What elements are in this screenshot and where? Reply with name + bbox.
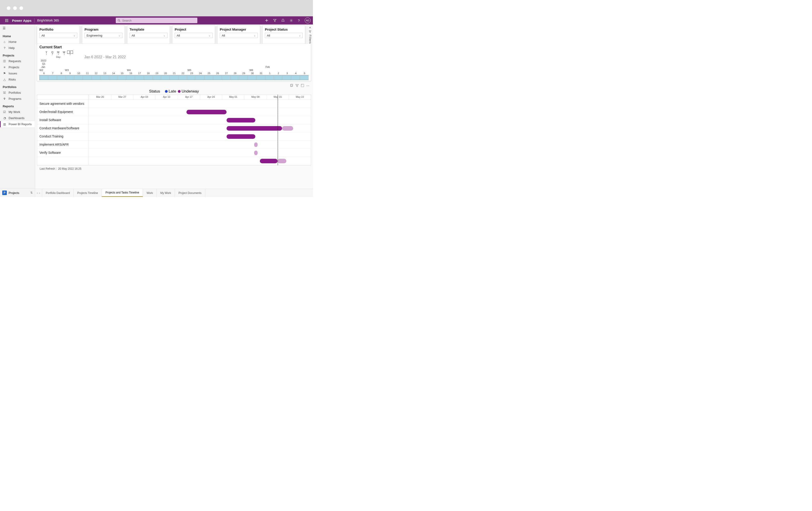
nav-item-portfolios[interactable]: ☱Portfolios (0, 89, 35, 96)
day-cell[interactable] (265, 75, 274, 80)
day-cell[interactable] (178, 75, 187, 80)
zoom-option[interactable]: M (55, 51, 61, 54)
expand-collapse-icon[interactable]: ⇅ (30, 191, 33, 194)
nav-item-help[interactable]: ?Help (0, 45, 35, 51)
day-cell[interactable] (100, 75, 109, 80)
day-cell[interactable] (257, 75, 265, 80)
filter-icon[interactable] (273, 19, 277, 22)
nav-item-pbi[interactable]: ▥Power BI Reports (0, 121, 35, 127)
gantt-date-label: Mar 20 (89, 95, 111, 100)
nav-item-home[interactable]: ⌂Home (0, 39, 35, 45)
day-cell[interactable] (66, 75, 74, 80)
product-name[interactable]: BrightWork 365 (37, 19, 59, 22)
bottom-tab[interactable]: Work (143, 189, 157, 197)
day-cell[interactable] (161, 75, 170, 80)
nav-item-projects[interactable]: ≡Projects (0, 64, 35, 70)
day-cell[interactable] (126, 75, 135, 80)
day-cell[interactable] (118, 75, 126, 80)
bell-icon[interactable] (281, 19, 285, 22)
filter-select[interactable]: All ⌄ (175, 33, 212, 38)
filter-title: Portfolio (39, 27, 77, 31)
zoom-option[interactable]: W (61, 51, 67, 54)
tab-prev-icon[interactable]: ‹ (37, 191, 38, 195)
day-cell[interactable] (39, 75, 48, 80)
day-cell[interactable] (283, 75, 291, 80)
day-cell[interactable] (274, 75, 283, 80)
focus-icon[interactable] (301, 84, 304, 87)
gantt-bar[interactable] (254, 142, 258, 147)
gantt-bar[interactable] (260, 159, 278, 163)
day-cell[interactable] (83, 75, 91, 80)
filter-select[interactable]: All ⌄ (129, 33, 168, 38)
gantt-bar[interactable] (186, 110, 226, 114)
day-cell[interactable] (222, 75, 230, 80)
date-band[interactable] (39, 75, 309, 80)
zoom-option[interactable]: D (67, 51, 73, 54)
gantt-bar[interactable] (227, 126, 282, 131)
day-cell[interactable] (57, 75, 66, 80)
more-icon[interactable]: ⋯ (306, 84, 309, 87)
nav-item-risks[interactable]: △Risks (0, 76, 35, 83)
add-icon[interactable] (265, 19, 268, 22)
gantt-bar[interactable] (227, 118, 255, 123)
nav-item-programs[interactable]: ♆Programs (0, 96, 35, 102)
chrome-dot (13, 6, 17, 10)
day-cell[interactable] (248, 75, 257, 80)
legend-item: Underway (178, 89, 199, 93)
zoom-option[interactable]: Q (49, 51, 55, 54)
gantt-bar[interactable] (278, 159, 286, 163)
filters-collapse[interactable]: « Filters (307, 25, 313, 44)
week-label: W5 (187, 69, 191, 72)
bottom-tab[interactable]: Projects Timeline (74, 189, 102, 197)
day-cell[interactable] (135, 75, 144, 80)
gantt-bar[interactable] (282, 126, 293, 131)
search-input[interactable] (116, 18, 197, 23)
day-cell[interactable] (170, 75, 178, 80)
filter-select[interactable]: All ⌄ (265, 33, 303, 38)
day-cell[interactable] (213, 75, 222, 80)
bottom-tab[interactable]: Project Documents (175, 189, 205, 197)
filter-title: Project Status (265, 27, 303, 31)
tab-next-icon[interactable]: › (39, 191, 40, 195)
day-label: 10 (74, 72, 83, 75)
day-cell[interactable] (48, 75, 57, 80)
day-cell[interactable] (92, 75, 100, 80)
filter-select[interactable]: Engineering ⌄ (85, 33, 122, 38)
bottom-tab[interactable]: My Work (157, 189, 175, 197)
filter-select[interactable]: All ⌄ (39, 33, 77, 38)
copy-icon[interactable] (290, 84, 293, 87)
gantt-date-label: Apr 03 (133, 95, 155, 100)
day-cell[interactable] (144, 75, 152, 80)
hamburger-icon[interactable]: ☰ (0, 25, 35, 32)
nav-item-mywork[interactable]: ☑My Work (0, 109, 35, 115)
week-label: W4 (127, 69, 131, 72)
gantt-bar[interactable] (254, 151, 258, 155)
app-launcher-icon[interactable] (2, 19, 11, 22)
day-cell[interactable] (187, 75, 196, 80)
day-cell[interactable] (74, 75, 83, 80)
day-cell[interactable] (239, 75, 248, 80)
day-cell[interactable] (205, 75, 213, 80)
filter-select[interactable]: All ⌄ (220, 33, 258, 38)
zoom-control[interactable]: YQMWD Day (44, 50, 73, 59)
day-cell[interactable] (152, 75, 161, 80)
filter-icon[interactable] (295, 84, 299, 87)
gear-icon[interactable] (290, 19, 293, 22)
bottom-tab[interactable]: Projects and Tasks Timeline (102, 189, 143, 197)
bottom-tab[interactable]: Portfolio Dashboard (42, 189, 74, 197)
sidebar-footer[interactable]: P Projects ⇅ (0, 188, 35, 197)
help-icon[interactable]: ? (298, 19, 300, 23)
gantt-bar[interactable] (227, 134, 255, 139)
day-cell[interactable] (231, 75, 239, 80)
svg-point-0 (118, 20, 120, 21)
day-cell[interactable] (109, 75, 118, 80)
zoom-option[interactable]: Y (44, 51, 49, 54)
day-cell[interactable] (291, 75, 300, 80)
avatar[interactable]: AG (305, 18, 311, 23)
nav-item-dashboards[interactable]: ◔Dashboards (0, 115, 35, 121)
day-cell[interactable] (300, 75, 309, 80)
nav-item-requests[interactable]: ☲Requests (0, 58, 35, 64)
nav-item-issues[interactable]: ⚑Issues (0, 70, 35, 76)
day-cell[interactable] (196, 75, 204, 80)
today-line (278, 95, 278, 165)
